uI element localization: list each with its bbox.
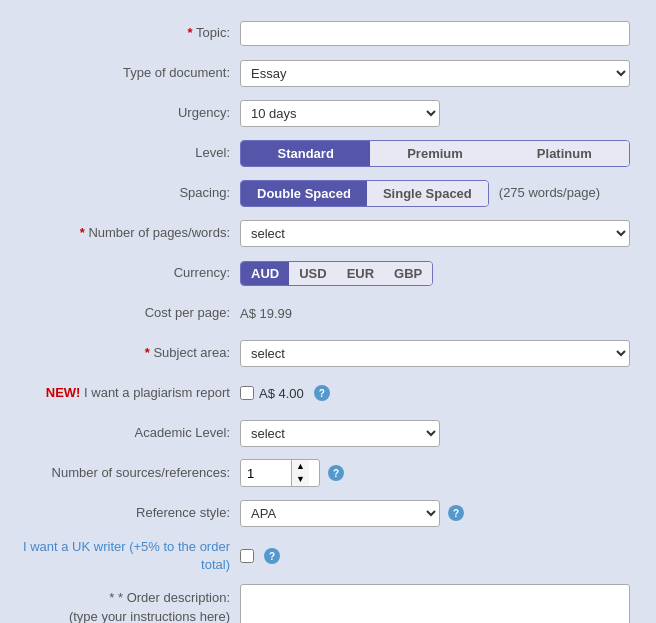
- level-premium-button[interactable]: Premium: [370, 141, 499, 166]
- ref-style-label: Reference style:: [20, 504, 240, 522]
- level-label: Level:: [20, 144, 240, 162]
- plagiarism-help-icon[interactable]: ?: [314, 385, 330, 401]
- doc-type-row: Type of document: Essay Research Paper T…: [20, 58, 636, 88]
- spacing-button-group: Double Spaced Single Spaced: [240, 180, 489, 207]
- academic-level-row: Academic Level: select High School Under…: [20, 418, 636, 448]
- urgency-row: Urgency: 10 days 7 days 5 days 3 days 2 …: [20, 98, 636, 128]
- double-spaced-button[interactable]: Double Spaced: [241, 181, 367, 206]
- subject-row: * Subject area: select English History S…: [20, 338, 636, 368]
- cost-row: Cost per page: A$ 19.99: [20, 298, 636, 328]
- subject-control: select English History Science Math Othe…: [240, 340, 636, 367]
- currency-gbp-button[interactable]: GBP: [384, 262, 432, 285]
- plagiarism-cost: A$ 4.00: [259, 386, 304, 401]
- ref-style-row: Reference style: APA MLA Chicago Harvard…: [20, 498, 636, 528]
- order-form: * Topic: Type of document: Essay Researc…: [0, 10, 656, 623]
- cost-value: A$ 19.99: [240, 306, 292, 321]
- currency-eur-button[interactable]: EUR: [337, 262, 384, 285]
- ref-style-control: APA MLA Chicago Harvard Other ?: [240, 500, 636, 527]
- uk-writer-help-icon[interactable]: ?: [264, 548, 280, 564]
- sources-spinner: ▲ ▼: [240, 459, 320, 487]
- topic-label: * Topic:: [20, 24, 240, 42]
- level-row: Level: Standard Premium Platinum: [20, 138, 636, 168]
- plagiarism-control: A$ 4.00 ?: [240, 385, 636, 401]
- uk-writer-control: ?: [240, 548, 636, 564]
- topic-control: [240, 21, 636, 46]
- academic-level-control: select High School Undergraduate Master …: [240, 420, 636, 447]
- sources-arrows: ▲ ▼: [291, 460, 309, 486]
- sources-label: Number of sources/references:: [20, 464, 240, 482]
- level-standard-button[interactable]: Standard: [241, 141, 370, 166]
- level-button-group: Standard Premium Platinum: [240, 140, 630, 167]
- doc-type-select[interactable]: Essay Research Paper Term Paper Coursewo…: [240, 60, 630, 87]
- sources-input[interactable]: [241, 462, 291, 485]
- pages-row: * Number of pages/words: select 1 2 3 4 …: [20, 218, 636, 248]
- doc-type-label: Type of document:: [20, 64, 240, 82]
- urgency-spinner: 10 days 7 days 5 days 3 days 2 days 1 da…: [240, 100, 440, 127]
- cost-label: Cost per page:: [20, 304, 240, 322]
- uk-writer-row: I want a UK writer (+5% to the order tot…: [20, 538, 636, 574]
- sources-row: Number of sources/references: ▲ ▼ ?: [20, 458, 636, 488]
- plagiarism-row: NEW! I want a plagiarism report A$ 4.00 …: [20, 378, 636, 408]
- new-badge: NEW!: [46, 385, 81, 400]
- topic-input[interactable]: [240, 21, 630, 46]
- currency-button-group: AUD USD EUR GBP: [240, 261, 433, 286]
- urgency-label: Urgency:: [20, 104, 240, 122]
- uk-writer-checkbox[interactable]: [240, 549, 254, 563]
- subject-select[interactable]: select English History Science Math Othe…: [240, 340, 630, 367]
- single-spaced-button[interactable]: Single Spaced: [367, 181, 488, 206]
- uk-writer-label: I want a UK writer (+5% to the order tot…: [20, 538, 240, 574]
- order-desc-row: * * Order description: (type your instru…: [20, 584, 636, 623]
- currency-usd-button[interactable]: USD: [289, 262, 336, 285]
- currency-aud-button[interactable]: AUD: [241, 262, 289, 285]
- spacing-row: Spacing: Double Spaced Single Spaced (27…: [20, 178, 636, 208]
- sources-control: ▲ ▼ ?: [240, 459, 636, 487]
- spacing-label: Spacing:: [20, 184, 240, 202]
- urgency-select[interactable]: 10 days 7 days 5 days 3 days 2 days 1 da…: [241, 101, 439, 126]
- academic-level-select[interactable]: select High School Undergraduate Master …: [240, 420, 440, 447]
- plagiarism-text: I want a plagiarism report: [80, 385, 230, 400]
- plagiarism-label: NEW! I want a plagiarism report: [20, 384, 240, 402]
- spacing-words: (275 words/page): [499, 180, 600, 206]
- level-control: Standard Premium Platinum: [240, 140, 636, 167]
- level-platinum-button[interactable]: Platinum: [500, 141, 629, 166]
- academic-level-label: Academic Level:: [20, 424, 240, 442]
- pages-control: select 1 2 3 4 5: [240, 220, 636, 247]
- ref-style-help-icon[interactable]: ?: [448, 505, 464, 521]
- order-desc-label: * * Order description: (type your instru…: [20, 584, 240, 623]
- plagiarism-checkbox[interactable]: [240, 386, 254, 400]
- pages-select[interactable]: select 1 2 3 4 5: [240, 220, 630, 247]
- sources-down-arrow[interactable]: ▼: [292, 473, 309, 486]
- order-desc-textarea[interactable]: [240, 584, 630, 623]
- doc-type-control: Essay Research Paper Term Paper Coursewo…: [240, 60, 636, 87]
- subject-label: * Subject area:: [20, 344, 240, 362]
- sources-up-arrow[interactable]: ▲: [292, 460, 309, 473]
- pages-label: * Number of pages/words:: [20, 224, 240, 242]
- topic-row: * Topic:: [20, 18, 636, 48]
- ref-style-select[interactable]: APA MLA Chicago Harvard Other: [240, 500, 440, 527]
- urgency-control: 10 days 7 days 5 days 3 days 2 days 1 da…: [240, 100, 636, 127]
- spacing-control: Double Spaced Single Spaced (275 words/p…: [240, 180, 636, 207]
- sources-help-icon[interactable]: ?: [328, 465, 344, 481]
- order-desc-control: [240, 584, 636, 623]
- currency-row: Currency: AUD USD EUR GBP: [20, 258, 636, 288]
- currency-control: AUD USD EUR GBP: [240, 261, 636, 286]
- cost-control: A$ 19.99: [240, 306, 636, 321]
- currency-label: Currency:: [20, 264, 240, 282]
